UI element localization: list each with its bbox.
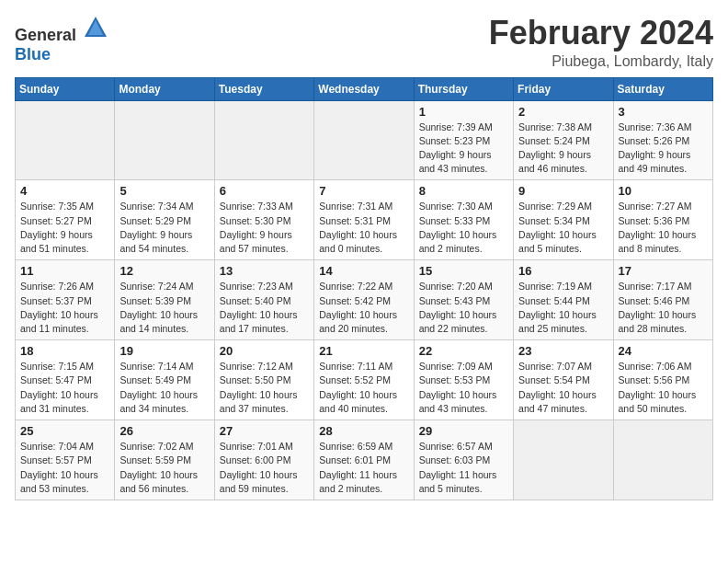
calendar-cell: 4Sunrise: 7:35 AMSunset: 5:27 PMDaylight… <box>16 180 115 260</box>
header-monday: Monday <box>115 77 214 100</box>
day-info: Sunrise: 7:06 AMSunset: 5:56 PMDaylight:… <box>619 360 708 416</box>
calendar-cell: 15Sunrise: 7:20 AMSunset: 5:43 PMDayligh… <box>414 260 513 340</box>
calendar-cell: 27Sunrise: 7:01 AMSunset: 6:00 PMDayligh… <box>214 420 313 500</box>
calendar-cell: 16Sunrise: 7:19 AMSunset: 5:44 PMDayligh… <box>514 260 613 340</box>
calendar-cell: 12Sunrise: 7:24 AMSunset: 5:39 PMDayligh… <box>115 260 214 340</box>
day-number: 7 <box>319 184 408 198</box>
calendar-week-row: 11Sunrise: 7:26 AMSunset: 5:37 PMDayligh… <box>16 260 713 340</box>
day-info: Sunrise: 7:19 AMSunset: 5:44 PMDaylight:… <box>518 280 608 336</box>
day-number: 18 <box>20 344 109 358</box>
day-number: 11 <box>20 264 109 278</box>
day-info: Sunrise: 7:31 AMSunset: 5:31 PMDaylight:… <box>319 200 408 256</box>
logo-blue: Blue <box>15 45 51 63</box>
day-info: Sunrise: 7:09 AMSunset: 5:53 PMDaylight:… <box>419 360 508 416</box>
header-thursday: Thursday <box>414 77 513 100</box>
calendar-cell: 8Sunrise: 7:30 AMSunset: 5:33 PMDaylight… <box>414 180 513 260</box>
day-number: 28 <box>319 424 408 438</box>
calendar-cell: 5Sunrise: 7:34 AMSunset: 5:29 PMDaylight… <box>115 180 214 260</box>
day-number: 14 <box>319 264 408 278</box>
calendar-body: 1Sunrise: 7:39 AMSunset: 5:23 PMDaylight… <box>16 100 713 500</box>
day-number: 27 <box>220 424 309 438</box>
calendar-cell: 23Sunrise: 7:07 AMSunset: 5:54 PMDayligh… <box>514 340 613 420</box>
logo-general: General <box>15 26 76 44</box>
calendar-cell: 9Sunrise: 7:29 AMSunset: 5:34 PMDaylight… <box>514 180 613 260</box>
calendar-cell: 20Sunrise: 7:12 AMSunset: 5:50 PMDayligh… <box>214 340 313 420</box>
calendar-cell: 28Sunrise: 6:59 AMSunset: 6:01 PMDayligh… <box>314 420 414 500</box>
calendar-week-row: 25Sunrise: 7:04 AMSunset: 5:57 PMDayligh… <box>16 420 713 500</box>
day-number: 29 <box>419 424 508 438</box>
day-info: Sunrise: 7:22 AMSunset: 5:42 PMDaylight:… <box>319 280 408 336</box>
calendar-week-row: 18Sunrise: 7:15 AMSunset: 5:47 PMDayligh… <box>16 340 713 420</box>
calendar-cell: 13Sunrise: 7:23 AMSunset: 5:40 PMDayligh… <box>214 260 313 340</box>
title-area: February 2024 Piubega, Lombardy, Italy <box>489 15 713 70</box>
day-info: Sunrise: 7:20 AMSunset: 5:43 PMDaylight:… <box>419 280 508 336</box>
page-title: February 2024 <box>489 15 713 52</box>
calendar-cell <box>16 100 115 180</box>
day-number: 17 <box>619 264 708 278</box>
day-info: Sunrise: 7:34 AMSunset: 5:29 PMDaylight:… <box>119 200 209 256</box>
day-number: 23 <box>518 344 608 358</box>
header-wednesday: Wednesday <box>314 77 414 100</box>
day-number: 19 <box>119 344 209 358</box>
day-info: Sunrise: 7:30 AMSunset: 5:33 PMDaylight:… <box>419 200 508 256</box>
day-number: 1 <box>419 105 508 119</box>
day-info: Sunrise: 7:02 AMSunset: 5:59 PMDaylight:… <box>119 440 209 496</box>
day-info: Sunrise: 7:29 AMSunset: 5:34 PMDaylight:… <box>518 200 608 256</box>
day-number: 25 <box>20 424 109 438</box>
day-info: Sunrise: 7:38 AMSunset: 5:24 PMDaylight:… <box>518 121 608 177</box>
day-info: Sunrise: 7:15 AMSunset: 5:47 PMDaylight:… <box>20 360 109 416</box>
calendar-cell: 22Sunrise: 7:09 AMSunset: 5:53 PMDayligh… <box>414 340 513 420</box>
calendar-cell: 19Sunrise: 7:14 AMSunset: 5:49 PMDayligh… <box>115 340 214 420</box>
day-number: 4 <box>20 184 109 198</box>
day-number: 12 <box>119 264 209 278</box>
day-number: 16 <box>518 264 608 278</box>
calendar-cell: 29Sunrise: 6:57 AMSunset: 6:03 PMDayligh… <box>414 420 513 500</box>
day-info: Sunrise: 7:35 AMSunset: 5:27 PMDaylight:… <box>20 200 109 256</box>
calendar-cell: 26Sunrise: 7:02 AMSunset: 5:59 PMDayligh… <box>115 420 214 500</box>
calendar-cell <box>613 420 712 500</box>
day-number: 26 <box>119 424 209 438</box>
calendar-cell: 7Sunrise: 7:31 AMSunset: 5:31 PMDaylight… <box>314 180 414 260</box>
calendar-header: SundayMondayTuesdayWednesdayThursdayFrid… <box>16 77 713 100</box>
calendar-week-row: 4Sunrise: 7:35 AMSunset: 5:27 PMDaylight… <box>16 180 713 260</box>
calendar-cell <box>514 420 613 500</box>
day-number: 6 <box>220 184 309 198</box>
logo: General Blue <box>15 15 108 64</box>
day-number: 9 <box>518 184 608 198</box>
calendar-cell <box>115 100 214 180</box>
calendar-cell: 17Sunrise: 7:17 AMSunset: 5:46 PMDayligh… <box>613 260 712 340</box>
day-info: Sunrise: 7:27 AMSunset: 5:36 PMDaylight:… <box>619 200 708 256</box>
header-saturday: Saturday <box>613 77 712 100</box>
day-info: Sunrise: 7:11 AMSunset: 5:52 PMDaylight:… <box>319 360 408 416</box>
day-info: Sunrise: 7:26 AMSunset: 5:37 PMDaylight:… <box>20 280 109 336</box>
calendar-cell: 6Sunrise: 7:33 AMSunset: 5:30 PMDaylight… <box>214 180 313 260</box>
calendar-cell: 10Sunrise: 7:27 AMSunset: 5:36 PMDayligh… <box>613 180 712 260</box>
day-number: 10 <box>619 184 708 198</box>
calendar-cell <box>214 100 313 180</box>
day-info: Sunrise: 6:59 AMSunset: 6:01 PMDaylight:… <box>319 440 408 496</box>
day-number: 22 <box>419 344 508 358</box>
day-info: Sunrise: 7:17 AMSunset: 5:46 PMDaylight:… <box>619 280 708 336</box>
calendar-cell: 1Sunrise: 7:39 AMSunset: 5:23 PMDaylight… <box>414 100 513 180</box>
calendar-week-row: 1Sunrise: 7:39 AMSunset: 5:23 PMDaylight… <box>16 100 713 180</box>
day-info: Sunrise: 7:12 AMSunset: 5:50 PMDaylight:… <box>220 360 309 416</box>
day-number: 3 <box>619 105 708 119</box>
day-number: 21 <box>319 344 408 358</box>
day-info: Sunrise: 7:36 AMSunset: 5:26 PMDaylight:… <box>619 121 708 177</box>
day-info: Sunrise: 6:57 AMSunset: 6:03 PMDaylight:… <box>419 440 508 496</box>
calendar-cell: 11Sunrise: 7:26 AMSunset: 5:37 PMDayligh… <box>16 260 115 340</box>
calendar-cell: 3Sunrise: 7:36 AMSunset: 5:26 PMDaylight… <box>613 100 712 180</box>
calendar-cell: 24Sunrise: 7:06 AMSunset: 5:56 PMDayligh… <box>613 340 712 420</box>
day-info: Sunrise: 7:04 AMSunset: 5:57 PMDaylight:… <box>20 440 109 496</box>
logo-icon <box>83 15 108 40</box>
page-header: General Blue February 2024 Piubega, Lomb… <box>15 15 713 70</box>
day-info: Sunrise: 7:14 AMSunset: 5:49 PMDaylight:… <box>119 360 209 416</box>
calendar-cell: 18Sunrise: 7:15 AMSunset: 5:47 PMDayligh… <box>16 340 115 420</box>
days-of-week-row: SundayMondayTuesdayWednesdayThursdayFrid… <box>16 77 713 100</box>
day-info: Sunrise: 7:33 AMSunset: 5:30 PMDaylight:… <box>220 200 309 256</box>
day-number: 5 <box>119 184 209 198</box>
day-info: Sunrise: 7:24 AMSunset: 5:39 PMDaylight:… <box>119 280 209 336</box>
day-number: 13 <box>220 264 309 278</box>
page-subtitle: Piubega, Lombardy, Italy <box>489 53 713 70</box>
calendar-cell: 21Sunrise: 7:11 AMSunset: 5:52 PMDayligh… <box>314 340 414 420</box>
